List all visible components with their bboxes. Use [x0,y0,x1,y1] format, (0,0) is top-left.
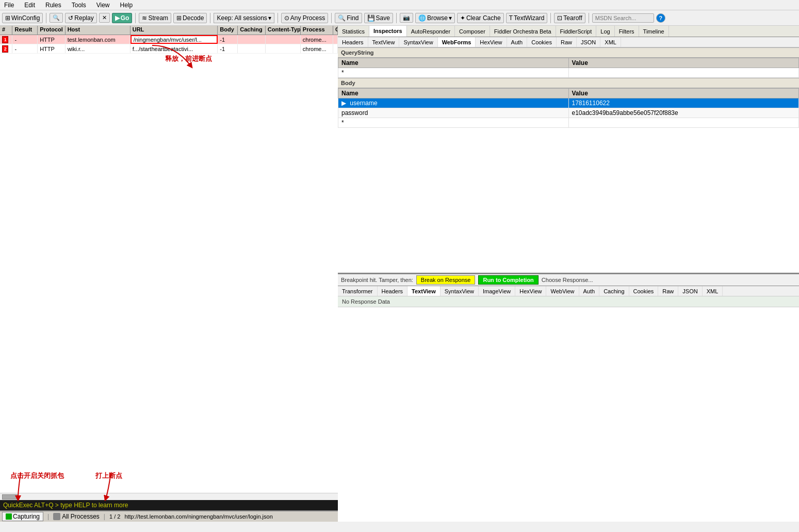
req-tab-syntaxview[interactable]: SyntaxView [399,37,437,47]
res-tab-caching[interactable]: Caching [599,286,629,296]
msdn-search-input[interactable] [592,13,654,23]
res-tab-cookies[interactable]: Cookies [629,286,659,296]
search-icon-btn[interactable]: 🔍 [50,13,63,23]
qs-value-cell [568,68,799,78]
req-tab-auth[interactable]: Auth [507,37,528,47]
querystring-section-header: QueryString [338,47,799,58]
browse-icon: 🌐 [418,14,426,22]
sep3 [210,13,210,23]
tab-composer[interactable]: Composer [455,26,490,37]
stream-icon: ≋ [142,14,147,22]
res-tab-hexview[interactable]: HexView [515,286,546,296]
cell-caching [238,44,266,53]
res-tab-raw[interactable]: Raw [658,286,678,296]
menu-rules[interactable]: Rules [43,1,63,9]
clear-cache-button[interactable]: ✦ Clear Cache [457,13,504,23]
col-url: URL [131,26,218,35]
tab-fiddler-orchestra[interactable]: Fiddler Orchestra Beta [490,26,556,37]
cell-content-type [266,44,301,53]
table-row[interactable]: 2 - HTTP wiki.r... f.../startheartbeatac… [0,44,338,54]
save-button[interactable]: 💾 Save [364,13,393,23]
list-item[interactable]: password e10adc3949ba59abbe56e057f20f883… [338,108,799,118]
text-wizard-button[interactable]: T TextWizard [506,13,548,23]
res-tab-syntaxview[interactable]: SyntaxView [441,286,479,296]
menu-view[interactable]: View [94,1,112,9]
go-button[interactable]: ▶ Go [112,13,133,23]
msdn-help-icon[interactable]: ? [656,13,665,23]
right-panel: Statistics Inspectors AutoResponder Comp… [338,26,799,522]
res-tab-headers[interactable]: Headers [378,286,408,296]
command-bar[interactable]: QuickExec ALT+Q > type HELP to learn mor… [0,500,338,510]
tab-autoresponder[interactable]: AutoResponder [407,26,455,37]
find-button[interactable]: 🔍 Find [335,13,362,23]
menu-file[interactable]: File [2,1,16,9]
res-tab-webview[interactable]: WebView [546,286,579,296]
cell-content-type [266,35,301,44]
req-tab-raw[interactable]: Raw [557,37,577,47]
screenshot-icon-btn[interactable]: 📷 [400,13,413,23]
tab-fiddler-script[interactable]: FiddlerScript [556,26,597,37]
menu-help[interactable]: Help [118,1,135,9]
browse-button[interactable]: 🌐 Browse ▾ [415,13,455,23]
find-icon: 🔍 [338,14,346,22]
req-tab-textview[interactable]: TextView [368,37,400,47]
browse-dropdown-icon: ▾ [449,14,452,22]
sep1 [46,13,46,23]
request-inspector: Headers TextView SyntaxView WebForms Hex… [338,37,799,274]
command-text: QuickExec ALT+Q > type HELP to learn mor… [3,502,128,509]
cell-num: 2 [0,44,12,53]
session-list[interactable]: 1 - HTTP test.lemonban.com /ningmengban/… [0,35,338,493]
decode-button[interactable]: ⊞ Decode [173,13,207,23]
status-bar: Capturing | All Processes | 1 / 2 http:/… [0,510,338,522]
capturing-button[interactable]: Capturing [2,512,43,521]
res-tab-xml[interactable]: XML [703,286,723,296]
req-tab-xml[interactable]: XML [600,37,621,47]
req-tab-webforms[interactable]: WebForms [438,37,476,47]
cell-process: chrome... [301,35,333,44]
cell-url: /ningmengban/mvc/user/l... [131,35,218,44]
req-tab-cookies[interactable]: Cookies [527,37,557,47]
horizontal-scrollbar[interactable] [0,493,338,500]
list-item[interactable]: * [338,68,799,78]
any-process-button[interactable]: ⊙ Any Process [281,13,328,23]
all-processes-item[interactable]: All Processes [53,513,100,520]
tab-inspectors[interactable]: Inspectors [369,26,407,37]
res-tab-json[interactable]: JSON [678,286,702,296]
tab-statistics[interactable]: Statistics [338,26,369,37]
go-arrow-icon: ▶ [115,14,120,22]
tearoff-button[interactable]: ⊡ Tearoff [554,13,585,23]
req-tab-json[interactable]: JSON [577,37,600,47]
table-row[interactable]: 1 - HTTP test.lemonban.com /ningmengban/… [0,35,338,44]
stream-button[interactable]: ≋ Stream [139,13,171,23]
list-item[interactable]: ▶ username 17816110622 [338,98,799,108]
body-name-cell: ▶ username [338,98,569,108]
req-tab-headers[interactable]: Headers [338,37,368,47]
req-tab-hexview[interactable]: HexView [476,37,507,47]
col-num: # [0,26,12,35]
replay-button[interactable]: ↺ Replay [65,13,96,23]
clear-cache-icon: ✦ [460,14,465,22]
menu-tools[interactable]: Tools [70,1,88,9]
res-tab-imageview[interactable]: ImageView [479,286,515,296]
save-icon: 💾 [367,14,375,22]
tab-timeline[interactable]: Timeline [639,26,669,37]
res-tab-auth[interactable]: Auth [579,286,600,296]
menu-edit[interactable]: Edit [22,1,37,9]
keep-dropdown[interactable]: Keep: All sessions ▾ [214,13,274,23]
list-item[interactable]: * [338,118,799,128]
col-protocol: Protocol [38,26,66,35]
cell-protocol: HTTP [38,44,66,53]
break-on-response-button[interactable]: Break on Response [416,275,476,285]
res-tab-transformer[interactable]: Transformer [338,286,378,296]
run-to-completion-button[interactable]: Run to Completion [478,275,538,285]
scrollbar-thumb[interactable] [2,494,18,500]
decode-icon: ⊞ [176,14,182,22]
col-body: Body [218,26,238,35]
tab-log[interactable]: Log [596,26,614,37]
col-comments: Comments [333,26,338,35]
tab-filters[interactable]: Filters [615,26,639,37]
dropdown-arrow-icon: ▾ [268,14,271,22]
winconfig-button[interactable]: ⊞ WinConfig [2,13,43,23]
stop-button[interactable]: ✕ [99,13,110,23]
res-tab-textview[interactable]: TextView [407,286,441,296]
